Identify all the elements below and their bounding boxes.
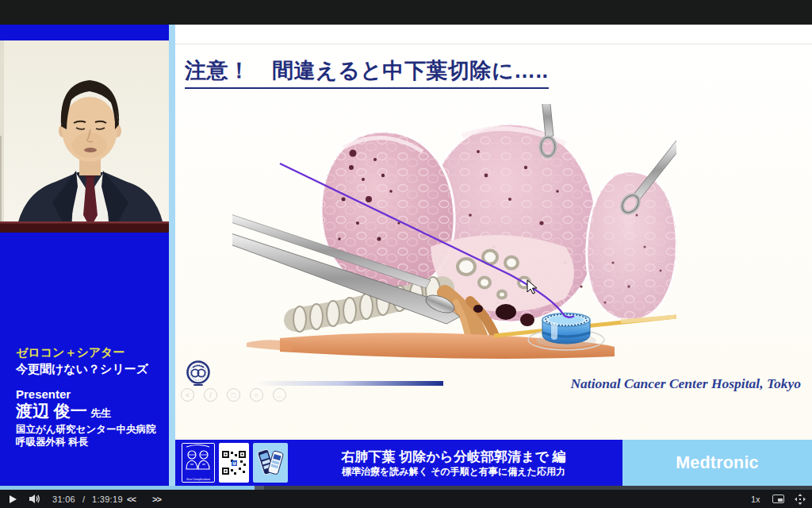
series-subtitle: 今更聞けない？シリーズ (16, 360, 167, 377)
overlay-zoom-button[interactable]: ○ (250, 388, 263, 402)
play-button[interactable] (10, 490, 17, 508)
surgical-illustration (232, 104, 676, 368)
overlay-more-button[interactable]: … (273, 388, 286, 402)
zero-complications-logo: Zero Complications (182, 443, 215, 483)
video-player-app: ゼロコン＋シアター 今更聞けない？シリーズ Presenter 渡辺 俊一 先生… (0, 0, 812, 508)
current-time: 31:06 (52, 490, 75, 508)
banner-text: 右肺下葉 切除から分岐部郭清まで 編 標準治療を読み解く その手順と有事に備えた… (288, 448, 622, 478)
overlay-copy-button[interactable]: □ (227, 388, 240, 402)
time-separator: / (82, 490, 85, 508)
program-banner: Zero Complications (175, 440, 812, 486)
qr-code: M (219, 443, 249, 483)
volume-icon (29, 494, 40, 504)
duration: 1:39:19 (92, 490, 123, 508)
banner-tiles: Zero Complications (182, 443, 288, 483)
ncc-logo (185, 360, 212, 391)
sponsor-block: Medtronic (622, 440, 812, 486)
presenter-role: 呼吸器外科 科長 (16, 436, 167, 448)
sponsor-logo: Medtronic (676, 453, 759, 473)
volume-button[interactable] (29, 490, 40, 508)
presenter-name: 渡辺 俊一 (16, 402, 87, 420)
slide-title: 注意！ 間違えると中下葉切除に….. (185, 56, 549, 89)
hospital-credit: National Cancer Center Hospital, Tokyo (570, 375, 801, 392)
speed-button[interactable]: 1x (751, 490, 760, 508)
presenter-affiliation: 国立がん研究センター中央病院 (16, 423, 167, 436)
presenter-honorific: 先生 (90, 407, 111, 419)
forward-button[interactable]: >> (152, 490, 161, 508)
play-icon (10, 495, 17, 503)
presenter-illustration (0, 40, 169, 233)
presenter-heading: Presenter (16, 387, 167, 402)
fullscreen-icon (795, 494, 806, 505)
pip-button[interactable] (772, 490, 784, 508)
presenter-info: ゼロコン＋シアター 今更聞けない？シリーズ Presenter 渡辺 俊一 先生… (16, 344, 167, 448)
rewind-button[interactable]: << (127, 490, 136, 508)
series-title: ゼロコン＋シアター (16, 344, 167, 360)
zero-complications-label: Zero Complications (183, 478, 213, 481)
presenter-video (0, 40, 169, 233)
top-letterbox-bar (0, 0, 812, 25)
player-controls: 31:06 / 1:39:19 << >> 1x (0, 490, 812, 508)
svg-text:M: M (232, 461, 236, 466)
presenter-name-row: 渡辺 俊一 先生 (16, 402, 167, 423)
footer-gradient-rule (255, 381, 443, 386)
overlay-back-button[interactable]: < (181, 388, 194, 402)
sidebar: ゼロコン＋シアター 今更聞けない？シリーズ Presenter 渡辺 俊一 先生… (0, 25, 169, 486)
player-bar: 31:06 / 1:39:19 << >> 1x (0, 486, 812, 508)
pip-icon (772, 495, 784, 503)
slide-overlay-controls: < / □ ○ … (181, 388, 286, 402)
fullscreen-button[interactable] (795, 490, 806, 508)
smartphones-graphic (253, 443, 288, 483)
overlay-pen-button[interactable]: / (204, 388, 217, 402)
main-content: 注意！ 間違えると中下葉切除に….. (175, 25, 812, 486)
sidebar-divider (169, 25, 175, 486)
program-title: 右肺下葉 切除から分岐部郭清まで 編 (288, 448, 619, 465)
program-subtitle: 標準治療を読み解く その手順と有事に備えた応用力 (288, 465, 619, 478)
slide-area: 注意！ 間違えると中下葉切除に….. (175, 25, 812, 440)
slide-top-rule (175, 44, 812, 44)
